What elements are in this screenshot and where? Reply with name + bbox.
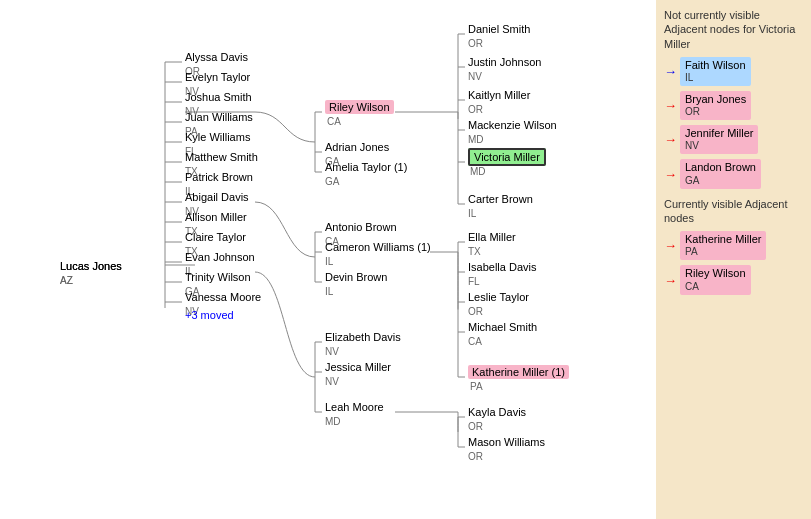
sidebar-node-landon[interactable]: → Landon Brown GA <box>664 159 803 188</box>
arrow-icon: → <box>664 98 677 113</box>
riley-wilson-label: Riley Wilson CA <box>680 265 751 294</box>
tree-svg <box>0 0 656 519</box>
bryan-jones-label: Bryan Jones OR <box>680 91 751 120</box>
sidebar-visible-title: Currently visible Adjacent nodes <box>664 197 803 226</box>
katherine-miller-label: Katherine Miller PA <box>680 231 766 260</box>
faith-wilson-label: Faith Wilson IL <box>680 57 751 86</box>
arrow-icon: → <box>664 273 677 288</box>
arrow-icon: → <box>664 132 677 147</box>
sidebar-node-katherine[interactable]: → Katherine Miller PA <box>664 231 803 260</box>
jennifer-miller-label: Jennifer Miller NV <box>680 125 758 154</box>
sidebar: Not currently visible Adjacent nodes for… <box>656 0 811 519</box>
arrow-icon: → <box>664 167 677 182</box>
sidebar-node-faith[interactable]: → Faith Wilson IL <box>664 57 803 86</box>
arrow-icon: → <box>664 238 677 253</box>
landon-brown-label: Landon Brown GA <box>680 159 761 188</box>
sidebar-node-jennifer[interactable]: → Jennifer Miller NV <box>664 125 803 154</box>
tree-area: Lucas JonesAZAlyssa DavisOREvelyn Taylor… <box>0 0 656 519</box>
sidebar-title: Not currently visible Adjacent nodes for… <box>664 8 803 51</box>
sidebar-node-riley[interactable]: → Riley Wilson CA <box>664 265 803 294</box>
arrow-icon: → <box>664 64 677 79</box>
sidebar-node-bryan[interactable]: → Bryan Jones OR <box>664 91 803 120</box>
